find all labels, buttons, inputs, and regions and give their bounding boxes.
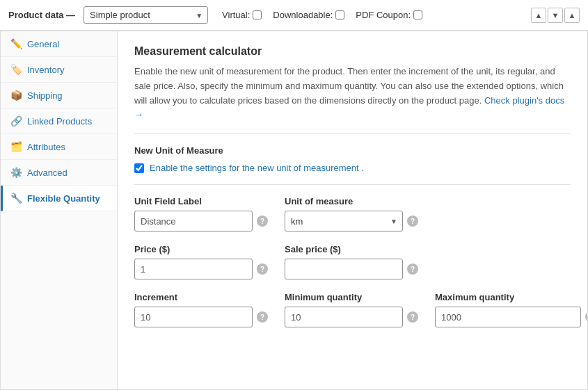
sidebar-item-general-label: General bbox=[27, 39, 59, 49]
downloadable-label: Downloadable: bbox=[273, 10, 333, 20]
virtual-checkbox[interactable] bbox=[253, 10, 262, 19]
downloadable-checkbox[interactable] bbox=[335, 10, 344, 19]
maximum-quantity-help-icon[interactable]: ? bbox=[585, 311, 587, 323]
general-icon: ✏️ bbox=[10, 38, 22, 49]
unit-field-label-label: Unit Field Label bbox=[134, 196, 268, 206]
linked-products-icon: 🔗 bbox=[10, 115, 22, 127]
maximum-quantity-label: Maximum quantity bbox=[435, 292, 587, 302]
product-data-bar: Product data — Simple productVariable pr… bbox=[0, 0, 588, 31]
increment-input[interactable] bbox=[134, 307, 253, 327]
divider-1 bbox=[134, 133, 571, 134]
content-area: Measurement calculator Enable the new un… bbox=[118, 31, 587, 389]
flexible-quantity-icon: 🔧 bbox=[10, 193, 22, 204]
sale-price-help-icon[interactable]: ? bbox=[407, 263, 418, 275]
sidebar-item-flexible-quantity-label: Flexible Quantity bbox=[27, 193, 100, 204]
sale-price-input[interactable] bbox=[285, 259, 403, 279]
form-group-sale-price: Sale price ($) ? bbox=[285, 244, 418, 279]
minimum-quantity-with-help: ? bbox=[285, 307, 418, 327]
virtual-label: Virtual: bbox=[222, 10, 250, 20]
page-title: Measurement calculator bbox=[134, 45, 571, 58]
price-with-help: ? bbox=[134, 259, 268, 279]
sidebar-item-linked-products[interactable]: 🔗 Linked Products bbox=[1, 108, 117, 134]
shipping-icon: 📦 bbox=[10, 90, 22, 101]
unit-field-label-help-icon[interactable]: ? bbox=[257, 216, 268, 227]
sidebar-item-linked-products-label: Linked Products bbox=[27, 116, 92, 127]
price-input[interactable] bbox=[134, 259, 253, 279]
sidebar-item-inventory-label: Inventory bbox=[27, 65, 64, 75]
pdf-coupon-checkbox-item: PDF Coupon: bbox=[356, 10, 422, 20]
new-unit-label: New Unit of Measure bbox=[134, 145, 571, 156]
form-group-price: Price ($) ? bbox=[134, 244, 268, 279]
sidebar-item-flexible-quantity[interactable]: 🔧 Flexible Quantity bbox=[1, 186, 117, 211]
minimum-quantity-input[interactable] bbox=[285, 307, 403, 327]
sale-price-label: Sale price ($) bbox=[285, 244, 418, 254]
unit-of-measure-select[interactable]: km m cm kg lb oz bbox=[285, 211, 403, 231]
form-row-price: Price ($) ? Sale price ($) ? bbox=[134, 244, 571, 279]
checkbox-group: Virtual: Downloadable: PDF Coupon: bbox=[222, 10, 422, 20]
sidebar-item-general[interactable]: ✏️ General bbox=[1, 31, 117, 57]
form-group-minimum-quantity: Minimum quantity ? bbox=[285, 292, 418, 327]
product-data-label: Product data — bbox=[8, 10, 75, 20]
form-group-increment: Increment ? bbox=[134, 292, 268, 327]
product-type-select[interactable]: Simple productVariable productGrouped pr… bbox=[84, 6, 208, 24]
enable-row: Enable the settings for the new unit of … bbox=[134, 163, 571, 173]
minimum-quantity-help-icon[interactable]: ? bbox=[407, 311, 418, 323]
nav-expand-button[interactable]: ▲ bbox=[564, 8, 580, 23]
unit-field-label-with-help: ? bbox=[134, 211, 268, 231]
sidebar-item-inventory[interactable]: 🏷️ Inventory bbox=[1, 57, 117, 83]
sidebar-item-attributes[interactable]: 🗂️ Attributes bbox=[1, 134, 117, 160]
nav-arrows: ▲ ▼ ▲ bbox=[531, 8, 580, 23]
increment-label: Increment bbox=[134, 292, 268, 302]
product-type-wrapper: Simple productVariable productGrouped pr… bbox=[84, 6, 208, 24]
form-group-maximum-quantity: Maximum quantity ? bbox=[435, 292, 587, 327]
nav-down-button[interactable]: ▼ bbox=[548, 8, 563, 23]
minimum-quantity-label: Minimum quantity bbox=[285, 292, 418, 302]
attributes-icon: 🗂️ bbox=[10, 141, 22, 152]
enable-new-unit-label: Enable the settings for the new unit of … bbox=[150, 163, 364, 173]
main-layout: ✏️ General 🏷️ Inventory 📦 Shipping 🔗 Lin… bbox=[0, 31, 588, 390]
sale-price-with-help: ? bbox=[285, 259, 418, 279]
sidebar-item-shipping-label: Shipping bbox=[27, 90, 63, 101]
sidebar-item-attributes-label: Attributes bbox=[27, 142, 65, 152]
unit-of-measure-help-icon[interactable]: ? bbox=[407, 216, 418, 227]
price-help-icon[interactable]: ? bbox=[257, 263, 268, 275]
form-row-quantity: Increment ? Minimum quantity ? Maximum q… bbox=[134, 292, 571, 327]
nav-up-button[interactable]: ▲ bbox=[531, 8, 546, 23]
divider-2 bbox=[134, 184, 571, 185]
advanced-icon: ⚙️ bbox=[10, 167, 22, 178]
increment-with-help: ? bbox=[134, 307, 268, 327]
pdf-coupon-checkbox[interactable] bbox=[413, 10, 422, 19]
maximum-quantity-with-help: ? bbox=[435, 307, 587, 327]
increment-help-icon[interactable]: ? bbox=[257, 311, 268, 323]
unit-of-measure-label: Unit of measure bbox=[285, 196, 418, 206]
sidebar-item-shipping[interactable]: 📦 Shipping bbox=[1, 83, 117, 108]
section-description: Enable the new unit of measurement for t… bbox=[134, 65, 571, 122]
downloadable-checkbox-item: Downloadable: bbox=[273, 10, 344, 20]
price-label: Price ($) bbox=[134, 244, 268, 254]
sidebar-item-advanced[interactable]: ⚙️ Advanced bbox=[1, 160, 117, 186]
sidebar-item-advanced-label: Advanced bbox=[27, 168, 67, 178]
form-group-unit-field-label: Unit Field Label ? bbox=[134, 196, 268, 231]
form-row-unit: Unit Field Label ? Unit of measure km m … bbox=[134, 196, 571, 231]
virtual-checkbox-item: Virtual: bbox=[222, 10, 262, 20]
unit-of-measure-wrapper: km m cm kg lb oz bbox=[285, 211, 403, 231]
enable-new-unit-checkbox[interactable] bbox=[134, 163, 144, 173]
enable-label-pre: Enable the settings for the bbox=[150, 163, 255, 173]
inventory-icon: 🏷️ bbox=[10, 64, 22, 75]
maximum-quantity-input[interactable] bbox=[435, 307, 581, 327]
unit-field-label-input[interactable] bbox=[134, 211, 253, 231]
enable-label-post: . bbox=[361, 163, 364, 173]
pdf-coupon-label: PDF Coupon: bbox=[356, 10, 411, 20]
enable-label-link: new unit of measurement bbox=[257, 163, 359, 173]
unit-of-measure-with-help: km m cm kg lb oz ? bbox=[285, 211, 418, 231]
sidebar: ✏️ General 🏷️ Inventory 📦 Shipping 🔗 Lin… bbox=[1, 31, 118, 389]
form-group-unit-of-measure: Unit of measure km m cm kg lb oz ? bbox=[285, 196, 418, 231]
